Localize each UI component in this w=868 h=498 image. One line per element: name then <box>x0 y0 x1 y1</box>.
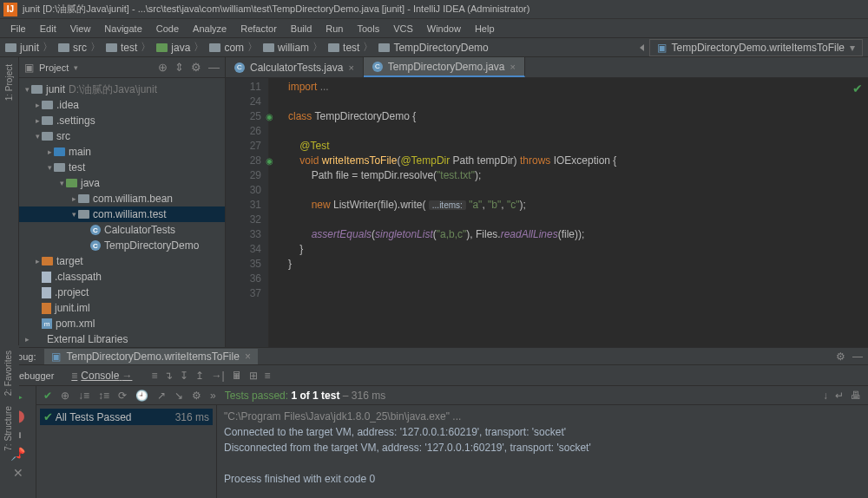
step-into-icon[interactable]: ↴ <box>164 370 173 382</box>
close-tab-icon[interactable]: × <box>510 62 516 72</box>
breadcrumb-item[interactable]: william〉 <box>263 40 326 55</box>
breadcrumb-item[interactable]: src〉 <box>58 40 104 55</box>
debug-session-tab[interactable]: ▣ TempDirectoryDemo.writeItemsToFile × <box>44 349 257 364</box>
run-config-icon: ▣ <box>657 42 667 54</box>
tree-item[interactable]: .project <box>19 285 225 300</box>
nav-back-icon[interactable] <box>640 44 644 51</box>
menu-run[interactable]: Run <box>319 23 350 34</box>
debug-tab-icon: ▣ <box>51 351 61 363</box>
breadcrumb-item[interactable]: test〉 <box>106 40 155 55</box>
tree-item[interactable]: mpom.xml <box>19 316 225 331</box>
panel-mode-icon[interactable]: ▾ <box>74 63 78 72</box>
history-icon[interactable]: 🕘 <box>135 390 148 402</box>
track-icon[interactable]: ⟳ <box>118 390 127 402</box>
locate-icon[interactable]: ⊕ <box>158 61 168 74</box>
options-icon[interactable]: ⚙ <box>192 390 201 402</box>
menu-analyze[interactable]: Analyze <box>186 23 233 34</box>
collapse-icon[interactable]: ⇕ <box>174 61 184 74</box>
panel-title: Project <box>39 62 69 73</box>
close-session-icon[interactable]: ✕ <box>13 466 23 480</box>
menu-view[interactable]: View <box>63 23 98 34</box>
debug-header: Debug: ▣ TempDirectoryDemo.writeItemsToF… <box>0 348 868 365</box>
structure-tab[interactable]: 7: Structure <box>0 401 16 456</box>
test-result-tree[interactable]: ✔ All Tests Passed 316 ms <box>36 405 217 498</box>
gear-icon[interactable]: ⚙ <box>191 61 201 74</box>
project-tree[interactable]: junitD:\油腻的Java\junit.idea.settingssrcma… <box>19 78 225 347</box>
code-editor[interactable]: 112425262728293031323334353637 import ..… <box>226 78 868 347</box>
force-step-icon[interactable]: ↧ <box>180 370 188 382</box>
tree-item[interactable]: src <box>19 128 225 144</box>
evaluate-icon[interactable]: 🖩 <box>232 370 242 382</box>
tree-item[interactable]: CCalculatorTests <box>19 222 225 238</box>
editor-tabs: CCalculatorTests.java×CTempDirectoryDemo… <box>226 57 868 78</box>
favorites-tab[interactable]: 2: Favorites <box>0 345 16 401</box>
tree-item[interactable]: .settings <box>19 113 225 128</box>
breadcrumb-item[interactable]: TempDirectoryDemo <box>378 42 488 54</box>
menu-help[interactable]: Help <box>468 23 502 34</box>
export-icon[interactable]: ↗ <box>157 390 166 402</box>
run-configuration-selector[interactable]: ▣ TempDirectoryDemo.writeItemsToFile ▾ <box>649 39 863 56</box>
tree-item[interactable]: test <box>19 160 225 175</box>
threads-icon[interactable]: ≡ <box>265 370 271 382</box>
tree-item[interactable]: junit.iml <box>19 300 225 316</box>
minimize-icon[interactable]: — <box>208 61 220 74</box>
tree-item[interactable]: .classpath <box>19 269 225 285</box>
all-passed-time: 316 ms <box>175 411 209 423</box>
chevron-down-icon: ▾ <box>850 42 855 54</box>
expand-all-icon[interactable]: ⊕ <box>61 390 69 402</box>
console-tab[interactable]: ≡Console → <box>64 368 139 383</box>
console-output[interactable]: "C:\Program Files\Java\jdk1.8.0_25\bin\j… <box>217 405 868 498</box>
debug-toolbar: Debugger ≡Console → ≡ ↴ ↧ ↥ →| 🖩 ⊞ ≡ <box>0 365 868 386</box>
inspection-ok-icon: ✔ <box>852 82 863 96</box>
tree-item[interactable]: External Libraries <box>19 331 225 347</box>
step-out-icon[interactable]: ↥ <box>195 370 204 382</box>
menu-code[interactable]: Code <box>149 23 186 34</box>
editor-tab[interactable]: CTempDirectoryDemo.java× <box>364 57 525 77</box>
tree-item[interactable]: CTempDirectoryDemo <box>19 238 225 253</box>
tree-item[interactable]: com.william.test <box>19 206 225 222</box>
tree-item[interactable]: java <box>19 175 225 191</box>
project-panel: ▣ Project ▾ ⊕ ⇕ ⚙ — junitD:\油腻的Java\juni… <box>19 57 226 347</box>
wrap-icon[interactable]: ↵ <box>835 390 844 402</box>
project-view-icon: ▣ <box>24 62 34 74</box>
editor-area: CCalculatorTests.java×CTempDirectoryDemo… <box>226 57 868 347</box>
all-tests-passed-row[interactable]: ✔ All Tests Passed 316 ms <box>40 409 213 425</box>
breadcrumb-item[interactable]: test〉 <box>328 40 377 55</box>
tree-item[interactable]: junitD:\油腻的Java\junit <box>19 82 225 97</box>
left-tool-strip: 1: Project <box>0 57 19 347</box>
breadcrumb-item[interactable]: junit〉 <box>5 40 56 55</box>
filter-icon[interactable]: ↕≡ <box>98 390 109 402</box>
code-content[interactable]: import ...class TempDirectoryDemo { @Tes… <box>269 78 868 347</box>
status-ok-icon: ✔ <box>43 390 52 402</box>
scroll-icon[interactable]: ↓ <box>823 390 828 402</box>
debug-minimize-icon[interactable]: — <box>852 351 863 363</box>
menu-file[interactable]: File <box>3 23 33 34</box>
step-over-icon[interactable]: ≡ <box>151 370 157 382</box>
tree-item[interactable]: com.william.bean <box>19 191 225 206</box>
debug-gear-icon[interactable]: ⚙ <box>836 351 845 363</box>
tree-item[interactable]: main <box>19 144 225 160</box>
run-to-cursor-icon[interactable]: →| <box>211 370 224 382</box>
menu-edit[interactable]: Edit <box>33 23 63 34</box>
tree-item[interactable]: target <box>19 253 225 269</box>
tree-item[interactable]: .idea <box>19 97 225 113</box>
menu-window[interactable]: Window <box>420 23 468 34</box>
sort-icon[interactable]: ↓≡ <box>78 390 89 402</box>
close-icon[interactable]: × <box>245 351 251 363</box>
tool-project-tab[interactable]: 1: Project <box>4 64 14 101</box>
import-icon[interactable]: ↘ <box>174 390 183 402</box>
menu-vcs[interactable]: VCS <box>386 23 420 34</box>
layout-icon[interactable]: ⊞ <box>249 370 258 382</box>
menu-refactor[interactable]: Refactor <box>233 23 284 34</box>
titlebar: IJ junit [D:\油腻的Java\junit] - ...\src\te… <box>0 0 868 19</box>
navigation-bar: junit〉src〉test〉java〉com〉william〉test〉Tem… <box>0 38 868 57</box>
editor-tab[interactable]: CCalculatorTests.java× <box>226 57 364 77</box>
menu-build[interactable]: Build <box>284 23 319 34</box>
menu-tools[interactable]: Tools <box>350 23 386 34</box>
close-tab-icon[interactable]: × <box>348 62 353 73</box>
breadcrumb-item[interactable]: java〉 <box>156 40 207 55</box>
breadcrumb-item[interactable]: com〉 <box>209 40 261 55</box>
breadcrumb[interactable]: junit〉src〉test〉java〉com〉william〉test〉Tem… <box>5 40 490 55</box>
menu-navigate[interactable]: Navigate <box>97 23 148 34</box>
print-icon[interactable]: 🖶 <box>851 390 861 402</box>
